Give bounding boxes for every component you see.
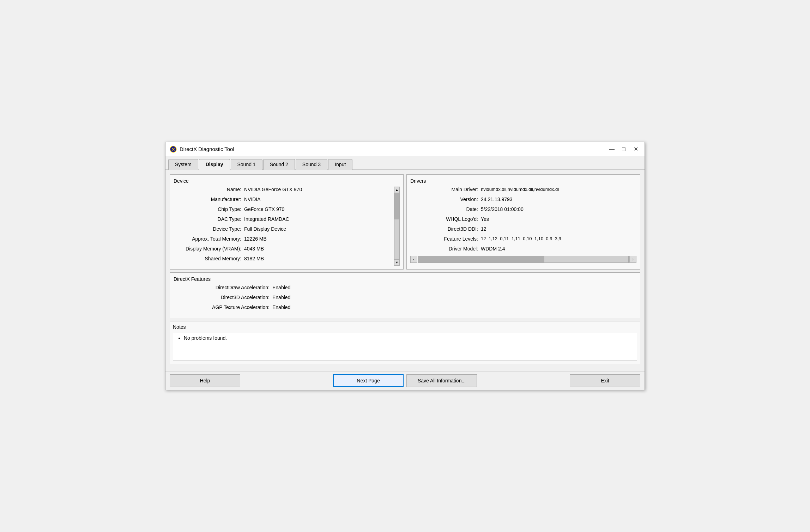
title-controls: — □ ✕	[607, 145, 640, 154]
drivers-fields: Main Driver: nvldumdx.dll,nvldumdx.dll,n…	[410, 187, 636, 254]
notes-section: Notes No problems found.	[170, 321, 640, 364]
driver-field-version: Version: 24.21.13.9793	[410, 197, 636, 204]
driver-field-whql: WHQL Logo'd: Yes	[410, 216, 636, 224]
notes-area: No problems found.	[173, 333, 637, 361]
main-window: ✕ DirectX Diagnostic Tool — □ ✕ System D…	[165, 142, 645, 390]
help-button[interactable]: Help	[170, 374, 240, 387]
device-field-dac: DAC Type: Integrated RAMDAC	[174, 216, 393, 224]
window-title: DirectX Diagnostic Tool	[180, 146, 234, 152]
tab-sound1[interactable]: Sound 1	[231, 159, 262, 170]
scroll-thumb[interactable]	[394, 193, 399, 219]
save-all-button[interactable]: Save All Information...	[406, 374, 477, 387]
device-field-shared: Shared Memory: 8182 MB	[174, 256, 393, 264]
feature-directdraw: DirectDraw Acceleration: Enabled	[174, 285, 636, 292]
tab-sound3[interactable]: Sound 3	[296, 159, 327, 170]
device-vertical-scrollbar: ▲ ▼	[394, 187, 400, 266]
driver-field-ddi: Direct3D DDI: 12	[410, 226, 636, 234]
device-section-title: Device	[174, 178, 400, 184]
top-panels: Device Name: NVIDIA GeForce GTX 970 Manu…	[170, 174, 640, 270]
notes-list: No problems found.	[177, 335, 633, 341]
tab-system[interactable]: System	[168, 159, 198, 170]
title-bar: ✕ DirectX Diagnostic Tool — □ ✕	[165, 142, 645, 156]
device-section: Device Name: NVIDIA GeForce GTX 970 Manu…	[170, 174, 404, 270]
close-button[interactable]: ✕	[631, 145, 640, 154]
scroll-right-button[interactable]: ›	[629, 256, 636, 263]
device-content-wrapper: Name: NVIDIA GeForce GTX 970 Manufacture…	[174, 187, 400, 266]
minimize-button[interactable]: —	[607, 145, 616, 154]
device-field-manufacturer: Manufacturer: NVIDIA	[174, 197, 393, 204]
tab-bar: System Display Sound 1 Sound 2 Sound 3 I…	[165, 156, 645, 170]
tab-sound2[interactable]: Sound 2	[263, 159, 295, 170]
tab-input[interactable]: Input	[328, 159, 352, 170]
device-field-vram: Display Memory (VRAM): 4043 MB	[174, 246, 393, 254]
directx-features-section: DirectX Features DirectDraw Acceleration…	[170, 272, 640, 318]
driver-field-main: Main Driver: nvldumdx.dll,nvldumdx.dll,n…	[410, 187, 636, 194]
bottom-center-buttons: Next Page Save All Information...	[333, 374, 477, 387]
notes-section-title: Notes	[173, 324, 637, 330]
feature-agp: AGP Texture Acceleration: Enabled	[174, 304, 636, 312]
device-field-type: Device Type: Full Display Device	[174, 226, 393, 234]
device-field-chip: Chip Type: GeForce GTX 970	[174, 206, 393, 214]
feature-direct3d: Direct3D Acceleration: Enabled	[174, 295, 636, 302]
drivers-section: Drivers Main Driver: nvldumdx.dll,nvldum…	[406, 174, 640, 270]
driver-field-model: Driver Model: WDDM 2.4	[410, 246, 636, 254]
scroll-down-button[interactable]: ▼	[394, 259, 400, 266]
exit-button[interactable]: Exit	[570, 374, 640, 387]
dx-icon: ✕	[170, 146, 177, 153]
bottom-bar: Help Next Page Save All Information... E…	[165, 371, 645, 390]
maximize-button[interactable]: □	[619, 145, 628, 154]
scroll-track[interactable]	[394, 193, 400, 259]
next-page-button[interactable]: Next Page	[333, 374, 404, 387]
features-section-title: DirectX Features	[174, 276, 636, 282]
main-content: Device Name: NVIDIA GeForce GTX 970 Manu…	[165, 170, 645, 371]
device-field-total-memory: Approx. Total Memory: 12226 MB	[174, 236, 393, 244]
scroll-left-button[interactable]: ‹	[410, 256, 417, 263]
driver-field-feature-levels: Feature Levels: 12_1,12_0,11_1,11_0,10_1…	[410, 236, 636, 244]
device-fields: Name: NVIDIA GeForce GTX 970 Manufacture…	[174, 187, 393, 266]
horiz-scroll-track[interactable]	[418, 256, 629, 263]
title-bar-left: ✕ DirectX Diagnostic Tool	[170, 146, 234, 153]
scroll-up-button[interactable]: ▲	[394, 187, 400, 193]
tab-display[interactable]: Display	[199, 159, 230, 170]
driver-field-date: Date: 5/22/2018 01:00:00	[410, 206, 636, 214]
horiz-scroll-thumb[interactable]	[418, 256, 544, 262]
drivers-horizontal-scrollbar: ‹ ›	[410, 256, 636, 263]
notes-item: No problems found.	[184, 335, 633, 341]
svg-text:✕: ✕	[171, 147, 175, 152]
device-field-name: Name: NVIDIA GeForce GTX 970	[174, 187, 393, 194]
drivers-section-title: Drivers	[410, 178, 636, 184]
